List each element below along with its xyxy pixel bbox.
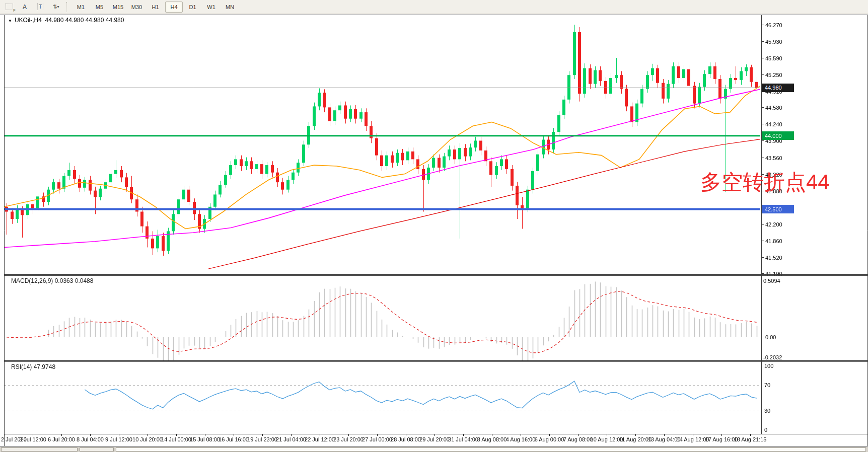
timeframe-button-h1[interactable]: H1 (147, 2, 164, 13)
time-axis-label: 28 Jul 08:00 (391, 436, 421, 442)
mt4-window: { "toolbar": { "icons": [ {"name":"chart… (0, 0, 868, 452)
time-axis-label: 21 Jul 04:00 (276, 436, 306, 442)
time-axis-label: 13 Aug 04:00 (648, 436, 681, 442)
chart-canvas[interactable] (0, 0, 868, 452)
bottom-panel (116, 447, 866, 451)
timeframe-button-w1[interactable]: W1 (202, 2, 220, 13)
macd-indicator-label: MACD(12,26,9) 0.0363 0.0488 (11, 277, 93, 284)
time-axis-label: 14 Jul 00:00 (161, 436, 191, 442)
price-level-label-42.500: 42.500 (762, 205, 794, 213)
top-toolbar: A T ⇅▾ M1M5M15M30H1H4D1W1MN (0, 0, 868, 14)
timeframe-button-mn[interactable]: MN (221, 2, 239, 13)
bottom-tab[interactable] (80, 447, 114, 451)
time-axis-label: 19 Jul 23:00 (247, 436, 277, 442)
bottom-tab-strip (0, 447, 868, 452)
time-axis-label: 6 Aug 00:00 (535, 436, 564, 442)
time-axis-label: 6 Jul 20:00 (48, 436, 75, 442)
text-tool-icon[interactable]: T (34, 1, 47, 13)
chart-title[interactable]: ▼UKOil-,H4 44.980 44.980 44.980 44.980 (8, 17, 124, 24)
toolbar-separator (66, 2, 69, 12)
font-tool-icon[interactable]: A (18, 1, 31, 13)
time-axis-label: 7 Aug 08:00 (563, 436, 593, 442)
time-axis-label: 18 Aug 21:15 (734, 436, 767, 442)
time-axis-label: 11 Aug 20:00 (619, 436, 652, 442)
time-axis-label: 4 Aug 16:00 (506, 436, 536, 442)
time-axis-label: 17 Aug 16:00 (705, 436, 738, 442)
time-axis-label: 31 Jul 04:00 (448, 436, 478, 442)
rsi-indicator-label: RSI(14) 47.9748 (11, 363, 55, 370)
timeframe-button-h4[interactable]: H4 (165, 2, 183, 13)
time-axis-label: 8 Jul 04:00 (77, 436, 104, 442)
time-axis-label: 3 Aug 08:00 (477, 436, 507, 442)
timeframe-button-m30[interactable]: M30 (128, 2, 146, 13)
timeframe-button-m5[interactable]: M5 (91, 2, 108, 13)
timeframe-button-m15[interactable]: M15 (109, 2, 127, 13)
cycle-lines-icon[interactable]: ⇅▾ (49, 1, 62, 13)
time-axis-label: 10 Aug 12:00 (591, 436, 623, 442)
time-axis-label: 16 Jul 16:00 (219, 436, 249, 442)
time-axis-label: 10 Jul 20:00 (132, 436, 163, 442)
chart-grid-icon[interactable] (3, 1, 16, 13)
time-axis-label: 14 Aug 12:00 (677, 436, 709, 442)
chart-annotation-text: 多空转折点44 (700, 168, 830, 196)
time-axis-label: 3 Jul 12:00 (19, 436, 46, 442)
bottom-tab[interactable] (1, 447, 78, 451)
timeframe-button-m1[interactable]: M1 (72, 2, 90, 13)
time-axis-label: 29 Jul 20:00 (419, 436, 450, 442)
timeframe-toolbar: M1M5M15M30H1H4D1W1MN (71, 2, 239, 13)
time-axis-label: 15 Jul 08:00 (190, 436, 220, 442)
ohlc-quotes: 44.980 44.980 44.980 44.980 (45, 17, 124, 24)
timeframe-button-d1[interactable]: D1 (184, 2, 201, 13)
collapse-triangle-icon: ▼ (8, 19, 12, 23)
time-axis[interactable]: 2 Jul 20203 Jul 12:006 Jul 20:008 Jul 04… (0, 436, 868, 445)
time-axis-label: 9 Jul 12:00 (105, 436, 132, 442)
symbol-period-label: UKOil-,H4 (15, 17, 42, 24)
chevron-down-icon: ▾ (57, 5, 59, 9)
time-axis-label: 23 Jul 20:00 (333, 436, 364, 442)
time-axis-label: 22 Jul 12:00 (305, 436, 335, 442)
time-axis-label: 27 Jul 00:00 (362, 436, 392, 442)
price-level-label-44.980: 44.980 (762, 84, 794, 92)
price-level-label-44.000: 44.000 (762, 131, 794, 140)
